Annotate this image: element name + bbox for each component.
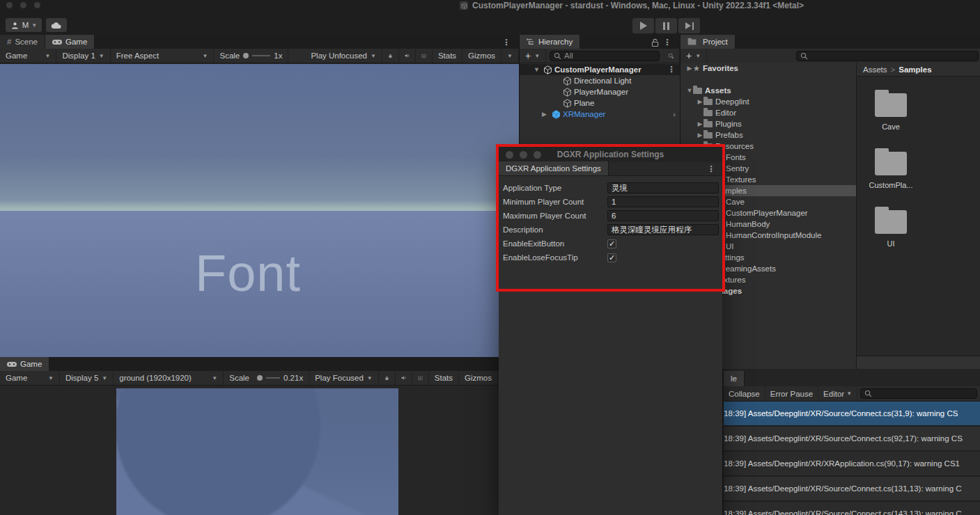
ground-render-image bbox=[116, 388, 398, 515]
account-button[interactable]: M ▼ bbox=[6, 18, 42, 32]
tab-console[interactable]: le bbox=[724, 371, 745, 386]
hierarchy-item[interactable]: ▶XRManager› bbox=[520, 109, 680, 120]
project-tree-item[interactable]: ▶Deepglint bbox=[680, 96, 856, 107]
lock-icon[interactable] bbox=[651, 38, 659, 47]
hierarchy-item[interactable]: Directional Light bbox=[520, 75, 680, 86]
field-input[interactable]: 6 bbox=[607, 210, 719, 221]
display-dropdown[interactable]: Display 1▼ bbox=[56, 49, 110, 63]
scale-knob-2[interactable] bbox=[257, 375, 263, 381]
field-input[interactable]: 1 bbox=[607, 196, 719, 207]
expand-arrow-icon[interactable]: ▶ bbox=[697, 120, 703, 127]
scale-knob[interactable] bbox=[243, 53, 249, 58]
pause-button[interactable] bbox=[655, 18, 677, 33]
stats-button[interactable]: Stats bbox=[433, 49, 462, 63]
expand-arrow-icon[interactable]: ▶ bbox=[697, 98, 703, 105]
project-tree-item[interactable]: ▶★Favorites bbox=[680, 63, 856, 74]
expand-arrow-icon[interactable]: ▶ bbox=[697, 132, 703, 138]
console-entry[interactable]: [18:39] Assets/Deepglint/XR/Source/Conne… bbox=[724, 427, 980, 452]
expand-arrow-icon[interactable]: ▼ bbox=[534, 66, 540, 73]
tab-scene[interactable]: # Scene bbox=[0, 35, 45, 49]
project-tree-item[interactable]: ▼Assets bbox=[680, 85, 856, 96]
hierarchy-item[interactable]: PlayerManager bbox=[520, 86, 680, 97]
scale-slider[interactable]: Scale 1x bbox=[214, 49, 288, 63]
settings-window-titlebar[interactable]: DGXR Application Settings bbox=[499, 147, 722, 162]
field-checkbox[interactable]: ✓ bbox=[607, 239, 616, 248]
console-entry[interactable]: [18:39] Assets/Deepglint/XR/XRApplicatio… bbox=[724, 452, 980, 477]
project-tree-label: Textures bbox=[726, 175, 756, 184]
cloud-services-button[interactable] bbox=[46, 18, 67, 32]
tab-dgxr-settings[interactable]: DGXR Application Settings bbox=[499, 161, 609, 175]
mute-audio-button-2[interactable] bbox=[396, 371, 412, 386]
field-input[interactable]: 格灵深瞳灵境应用程序 bbox=[607, 224, 719, 235]
gizmos-dropdown-2[interactable]: Gizmos bbox=[459, 371, 498, 386]
zoom-window-button[interactable] bbox=[534, 151, 541, 159]
project-tree-label: Plugins bbox=[715, 120, 742, 128]
error-pause-button[interactable]: Error Pause bbox=[765, 386, 818, 402]
breadcrumb[interactable]: Assets > Samples bbox=[857, 63, 980, 77]
hierarchy-menu-icon[interactable]: ⋮ bbox=[663, 38, 671, 47]
expand-arrow-icon[interactable]: ▶ bbox=[542, 111, 547, 118]
expand-arrow-icon[interactable]: ▶ bbox=[686, 65, 693, 72]
hierarchy-search-input[interactable]: All bbox=[550, 51, 660, 61]
editor-dropdown[interactable]: Editor ▼ bbox=[818, 386, 857, 402]
play-focus-dropdown-2[interactable]: Play Focused▼ bbox=[309, 371, 379, 386]
field-checkbox[interactable]: ✓ bbox=[607, 253, 616, 262]
dock-menu-icon[interactable]: ⋮ bbox=[502, 38, 511, 47]
tab-game[interactable]: Game bbox=[45, 35, 95, 49]
debug-bug-button[interactable] bbox=[382, 49, 399, 63]
console-entry[interactable]: [18:39] Assets/Deepglint/XR/Source/Conne… bbox=[724, 402, 980, 427]
display-dropdown-2[interactable]: Display 5▼ bbox=[60, 371, 114, 386]
close-window-button[interactable] bbox=[506, 151, 513, 159]
folder-item[interactable]: Cave bbox=[866, 88, 915, 131]
tab-hierarchy[interactable]: Hierarchy bbox=[520, 35, 580, 49]
scale-slider-2[interactable]: Scale 0.21x bbox=[224, 371, 309, 386]
chevron-right-icon[interactable]: › bbox=[673, 110, 676, 118]
project-add-button[interactable]: +▼ bbox=[680, 49, 707, 63]
field-label: Minimum Player Count bbox=[503, 198, 584, 206]
view-menu-dropdown[interactable]: Game▼ bbox=[0, 49, 56, 63]
zoom-window-button[interactable] bbox=[34, 2, 40, 8]
tab-project[interactable]: Project bbox=[680, 35, 736, 49]
project-tree-item[interactable]: ▶Plugins bbox=[680, 118, 856, 129]
gizmos-dropdown[interactable]: Gizmos bbox=[462, 49, 501, 63]
step-button[interactable] bbox=[678, 18, 700, 33]
scene-icon bbox=[543, 65, 552, 74]
scale-track bbox=[252, 55, 270, 56]
play-button[interactable] bbox=[632, 18, 654, 33]
play-focus-dropdown[interactable]: Play Unfocused▼ bbox=[305, 49, 382, 63]
minimize-window-button[interactable] bbox=[520, 151, 527, 159]
project-search-input[interactable] bbox=[796, 51, 979, 61]
pick-object-icon[interactable] bbox=[663, 49, 680, 63]
project-tree-item[interactable]: ▶Prefabs bbox=[680, 129, 856, 141]
mute-audio-button[interactable] bbox=[399, 49, 416, 63]
debug-bug-button-2[interactable] bbox=[379, 371, 396, 386]
collapse-button[interactable]: Collapse bbox=[724, 386, 765, 402]
keyboard-shortcuts-button[interactable] bbox=[416, 49, 433, 63]
game2-viewport[interactable] bbox=[0, 387, 499, 515]
gizmos-extra-dropdown[interactable]: ▼ bbox=[501, 49, 519, 63]
folder-item[interactable]: UI bbox=[866, 205, 915, 248]
minimize-window-button[interactable] bbox=[20, 2, 26, 8]
scene-menu-icon[interactable]: ⋮ bbox=[667, 65, 676, 74]
console-entry[interactable]: [18:39] Assets/Deepglint/XR/Source/Conne… bbox=[724, 502, 980, 515]
keyboard-shortcuts-button-2[interactable] bbox=[412, 371, 429, 386]
folder-item[interactable]: CustomPla... bbox=[866, 146, 915, 189]
close-window-button[interactable] bbox=[6, 2, 13, 8]
hierarchy-item[interactable]: ▼CustomPlayerManager⋮ bbox=[520, 64, 680, 75]
breadcrumb-root[interactable]: Assets bbox=[863, 65, 887, 74]
stats-button-2[interactable]: Stats bbox=[429, 371, 459, 386]
game-viewport[interactable]: Font bbox=[0, 64, 519, 373]
field-input[interactable]: 灵境 bbox=[607, 182, 719, 193]
hierarchy-item[interactable]: Plane bbox=[520, 97, 680, 109]
hierarchy-add-button[interactable]: +▼ bbox=[520, 49, 546, 63]
console-entry[interactable]: [18:39] Assets/Deepglint/XR/Source/Conne… bbox=[724, 477, 980, 502]
settings-menu-icon[interactable]: ⋮ bbox=[707, 165, 715, 173]
expand-arrow-icon[interactable]: ▼ bbox=[686, 87, 693, 94]
aspect-dropdown-2[interactable]: ground (1920x1920)▼ bbox=[114, 371, 224, 386]
project-tree-item[interactable]: Editor bbox=[680, 107, 856, 118]
tab-game-2[interactable]: Game bbox=[0, 357, 49, 371]
folder-label: Cave bbox=[882, 122, 900, 131]
console-search-input[interactable] bbox=[860, 388, 977, 399]
view-menu-dropdown-2[interactable]: Game▼ bbox=[0, 371, 60, 386]
aspect-dropdown[interactable]: Free Aspect▼ bbox=[111, 49, 215, 63]
